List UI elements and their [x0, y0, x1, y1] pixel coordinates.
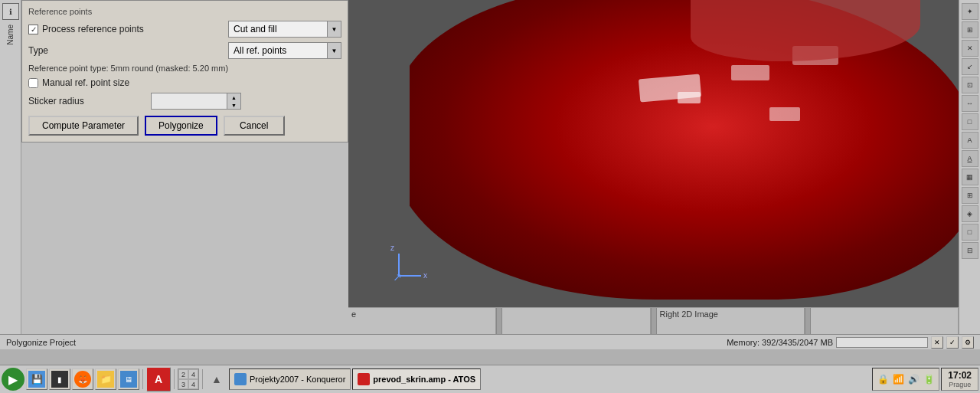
- right-icon-square[interactable]: □: [962, 113, 978, 130]
- section-title: Reference points: [28, 7, 341, 16]
- taskbar-separator-1: [142, 369, 143, 389]
- right-icon-minus-square[interactable]: ⊟: [962, 242, 978, 259]
- num-cell-4: 4: [188, 379, 198, 389]
- tray-icon-3[interactable]: 🔊: [906, 372, 920, 386]
- right-icon-a[interactable]: A: [962, 132, 978, 149]
- num-grid[interactable]: 2 4 3 4: [178, 368, 199, 390]
- main-area: ℹ Name Reference points Process referenc…: [0, 0, 980, 349]
- right-icon-grid3[interactable]: ⊞: [962, 187, 978, 204]
- buttons-row: Compute Parameter Polygonize Cancel: [28, 116, 341, 136]
- right-icon-x[interactable]: ✕: [962, 40, 978, 57]
- process-ref-checkbox-group: Process reference points: [28, 24, 144, 34]
- right-icon-grid2[interactable]: ▦: [962, 169, 978, 185]
- process-ref-label: Process reference points: [42, 24, 144, 34]
- konqueror-label: Projekty2007 - Konqueror: [250, 375, 345, 384]
- right-sidebar: ✦ ⊞ ✕ ↙ ⊡ ↔ □ A A ▦ ⊞ ◈ □ ⊟: [959, 0, 980, 349]
- sidebar-name-label: Name: [6, 25, 15, 45]
- taskbar-save-icon[interactable]: 💾: [26, 368, 47, 390]
- manual-ref-checkbox-group: Manual ref. point size: [28, 77, 129, 88]
- taskbar-app-konqueror[interactable]: Projekty2007 - Konqueror: [229, 368, 351, 390]
- cut-fill-arrow[interactable]: ▼: [328, 21, 341, 38]
- right-icon-a-under[interactable]: A: [962, 150, 978, 167]
- cancel-button[interactable]: Cancel: [224, 116, 285, 136]
- clock-time: 17:02: [948, 370, 972, 381]
- status-btn-gear[interactable]: ⚙: [962, 336, 974, 349]
- left-panel: ℹ Name Reference points Process referenc…: [0, 0, 348, 349]
- spin-up-btn[interactable]: ▲: [228, 93, 240, 101]
- cut-fill-dropdown[interactable]: Cut and fill: [228, 21, 328, 38]
- tray-icon-4[interactable]: 🔋: [922, 372, 936, 386]
- taskbar-separator-3: [202, 369, 203, 389]
- clock-location: Prague: [949, 381, 971, 388]
- taskbar-arrow-up[interactable]: ▲: [206, 368, 227, 390]
- taskbar: ▶ 💾 ▮ 🦊 📁 🖥 A 2 4 3 4 ▲ Projekty2007 - K…: [0, 365, 980, 393]
- sticker-spin-buttons: ▲ ▼: [227, 93, 241, 110]
- num-cell-1: 2: [178, 369, 188, 379]
- info-sidebar-btn[interactable]: ℹ: [2, 3, 19, 20]
- cursor-indicator: ↙: [393, 272, 402, 284]
- taskbar-firefox-icon[interactable]: 🦊: [72, 368, 93, 390]
- cut-fill-value: Cut and fill: [234, 24, 277, 34]
- atos-icon: [358, 373, 370, 385]
- right-icon-diamond[interactable]: ✦: [962, 3, 978, 20]
- type-row: Type All ref. points ▼: [28, 42, 341, 59]
- type-arrow[interactable]: ▼: [328, 42, 341, 59]
- type-label: Type: [28, 45, 151, 56]
- sticker-radius-input[interactable]: 5.20 mm: [151, 93, 227, 110]
- viewport-3d[interactable]: x z ↙: [348, 0, 959, 307]
- status-right: Memory: 392/3435/2047 MB ✕ ✓ ⚙: [727, 336, 974, 349]
- process-ref-row: Process reference points Cut and fill ▼: [28, 21, 341, 38]
- sticker-input-container: 5.20 mm ▲ ▼: [151, 93, 241, 110]
- polygonize-button[interactable]: Polygonize: [145, 116, 217, 136]
- process-ref-checkbox[interactable]: [28, 25, 38, 34]
- manual-ref-checkbox[interactable]: [28, 78, 38, 88]
- dialog-panel: Reference points Process reference point…: [21, 0, 348, 142]
- viewport-area: x z ↙ e Right 2D Image: [348, 0, 959, 349]
- right-icon-square2[interactable]: □: [962, 224, 978, 241]
- right-icon-arrow[interactable]: ↙: [962, 58, 978, 75]
- white-spot-3: [678, 92, 701, 103]
- status-btn-check[interactable]: ✓: [946, 336, 959, 349]
- sys-tray: 🔒 📶 🔊 🔋: [872, 368, 939, 391]
- white-spot-2: [731, 65, 769, 80]
- manual-ref-label: Manual ref. point size: [42, 77, 129, 88]
- clock-widget[interactable]: 17:02 Prague: [941, 368, 978, 391]
- compute-parameter-button[interactable]: Compute Parameter: [28, 116, 139, 136]
- memory-text: Memory: 392/3435/2047 MB: [727, 338, 833, 347]
- manual-ref-row: Manual ref. point size: [28, 77, 341, 88]
- bottom-right-label: Right 2D Image: [660, 309, 718, 319]
- left-sidebar: ℹ Name: [0, 0, 21, 349]
- progress-bar: [836, 337, 928, 348]
- type-value: All ref. points: [234, 45, 286, 56]
- right-icon-target[interactable]: ◈: [962, 205, 978, 222]
- axis-x-label: x: [423, 271, 427, 280]
- taskbar-separator-2: [174, 369, 175, 389]
- taskbar-right: 🔒 📶 🔊 🔋 17:02 Prague: [872, 368, 978, 391]
- white-spot-5: [769, 107, 800, 121]
- taskbar-display-icon[interactable]: 🖥: [118, 368, 139, 390]
- axis-z-label: z: [390, 244, 394, 252]
- tray-icon-2[interactable]: 📶: [891, 372, 905, 386]
- type-dropdown[interactable]: All ref. points: [228, 42, 328, 59]
- tray-icon-1[interactable]: 🔒: [876, 372, 890, 386]
- taskbar-app-atos[interactable]: prevod_skrin.amp - ATOS: [352, 368, 481, 390]
- right-icon-copy[interactable]: ⊡: [962, 77, 978, 93]
- atos-launcher-btn[interactable]: A: [146, 367, 171, 391]
- red-object-container: [410, 0, 959, 307]
- right-icon-grid[interactable]: ⊞: [962, 21, 978, 38]
- sticker-radius-row: Sticker radius 5.20 mm ▲ ▼: [28, 93, 341, 110]
- status-btn-x[interactable]: ✕: [931, 336, 943, 349]
- sticker-radius-label: Sticker radius: [28, 96, 151, 106]
- atos-label: prevod_skrin.amp - ATOS: [373, 375, 475, 384]
- status-text: Polygonize Project: [6, 338, 76, 347]
- num-cell-3: 3: [178, 379, 188, 389]
- spin-down-btn[interactable]: ▼: [228, 101, 240, 109]
- konqueror-icon: [234, 373, 247, 385]
- status-bar: Polygonize Project Memory: 392/3435/2047…: [0, 334, 980, 349]
- bottom-left-label: e: [351, 309, 356, 319]
- taskbar-folder-icon[interactable]: 📁: [95, 368, 116, 390]
- ref-point-info: Reference point type: 5mm round (masked:…: [28, 64, 341, 73]
- right-icon-resize[interactable]: ↔: [962, 95, 978, 112]
- taskbar-terminal-icon[interactable]: ▮: [49, 368, 70, 390]
- taskbar-start-icon[interactable]: ▶: [2, 368, 24, 391]
